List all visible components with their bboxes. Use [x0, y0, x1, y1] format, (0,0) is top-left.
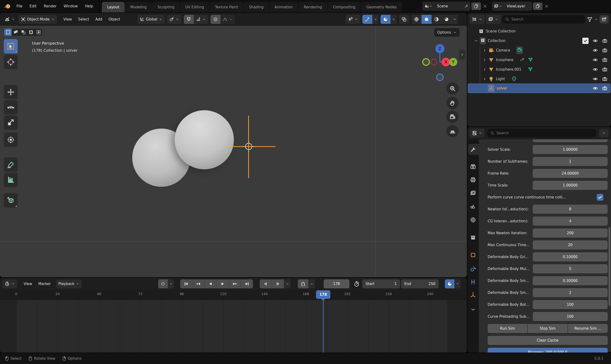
stopwatch-icon[interactable]: [353, 281, 360, 287]
snap-target-dropdown[interactable]: [194, 15, 208, 24]
property-value-field[interactable]: 8: [533, 205, 608, 214]
play-reverse-button[interactable]: [205, 279, 216, 288]
shading-solid-button[interactable]: [422, 15, 432, 24]
render-visibility-icon[interactable]: [602, 85, 608, 91]
auto-keying-toggle[interactable]: [158, 279, 168, 288]
select-mode-extend[interactable]: [12, 29, 20, 36]
tool-move[interactable]: [4, 85, 18, 99]
clear-cache-button[interactable]: Clear Cache: [488, 336, 608, 345]
jump-to-end-button[interactable]: [241, 279, 253, 288]
select-mode-intersect[interactable]: [35, 29, 42, 36]
timeline-ruler[interactable]: 024487296120144168192216240: [0, 290, 467, 300]
resume-sim-button[interactable]: Resume Sim ...: [568, 324, 608, 333]
tab-compositing[interactable]: Compositing: [328, 2, 361, 13]
remove-viewlayer-icon[interactable]: [544, 4, 549, 9]
tab-rendering[interactable]: Rendering: [299, 2, 327, 13]
property-value-field[interactable]: 4: [533, 217, 608, 226]
loop-playback-toggle[interactable]: [298, 279, 308, 288]
property-value-field[interactable]: 0.10000: [533, 252, 608, 261]
eye-icon[interactable]: [592, 76, 598, 82]
property-value-field[interactable]: 5: [533, 264, 608, 273]
icosphere-001-object[interactable]: [175, 110, 234, 169]
outliner-display-mode-dropdown[interactable]: [470, 15, 484, 24]
menu-edit[interactable]: Edit: [26, 0, 40, 13]
zoom-button[interactable]: [446, 82, 459, 95]
auto-keying-dropdown[interactable]: [168, 279, 174, 288]
eye-icon[interactable]: [592, 66, 598, 72]
frame-end-field[interactable]: End 250: [401, 279, 439, 288]
previous-keyframe-button[interactable]: [192, 279, 204, 288]
render-visibility-icon[interactable]: [602, 66, 608, 72]
render-visibility-icon[interactable]: [602, 38, 608, 44]
step-dropdown[interactable]: [284, 279, 291, 288]
tool-measure[interactable]: [4, 173, 18, 187]
shading-rendered-button[interactable]: [441, 15, 452, 24]
stop-sim-button[interactable]: Stop Sim: [528, 324, 567, 333]
next-keyframe-button[interactable]: [229, 279, 241, 288]
properties-editor-type-button[interactable]: [470, 129, 484, 138]
pivot-point-dropdown[interactable]: [167, 15, 181, 24]
transform-orientation-dropdown[interactable]: Global: [137, 15, 165, 24]
run-sim-button[interactable]: Run Sim: [488, 324, 527, 333]
outliner-row-scene-collection[interactable]: Scene Collection: [467, 26, 611, 36]
property-value-field[interactable]: 1.00000: [533, 145, 608, 154]
menu-render[interactable]: Render: [40, 0, 60, 13]
properties-scrollbar[interactable]: [609, 227, 610, 306]
tab-animation[interactable]: Animation: [269, 2, 298, 13]
viewlayer-name[interactable]: ViewLayer: [504, 4, 532, 8]
property-value-field[interactable]: 24.00000: [533, 169, 608, 178]
tab-output[interactable]: [467, 175, 479, 185]
tab-render[interactable]: [467, 161, 479, 172]
outliner-search-input[interactable]: Search: [502, 15, 585, 24]
menu-view[interactable]: View: [60, 17, 75, 22]
camera-view-button[interactable]: [446, 111, 459, 123]
tool-add-cube[interactable]: [4, 193, 18, 208]
chevron-down-icon[interactable]: [594, 17, 598, 21]
step-back-button[interactable]: [260, 279, 272, 288]
property-value-field[interactable]: 1.00000: [533, 181, 608, 190]
step-forward-button[interactable]: [272, 279, 284, 288]
viewlayer-type-dropdown[interactable]: [492, 2, 504, 11]
scene-name[interactable]: Scene: [435, 4, 462, 8]
current-frame-field[interactable]: 178: [324, 279, 349, 288]
collapse-icon[interactable]: [483, 77, 486, 81]
timeline-menu-view[interactable]: View: [21, 282, 35, 286]
gizmo-axis-y-neg[interactable]: [422, 58, 430, 66]
collapse-icon[interactable]: [483, 58, 486, 62]
xray-toggle[interactable]: [399, 15, 409, 24]
shading-wireframe-button[interactable]: [412, 15, 422, 24]
outliner-row-solver[interactable]: solver: [467, 83, 611, 93]
select-mode-subtract[interactable]: [20, 29, 27, 36]
menu-window[interactable]: Window: [60, 0, 81, 13]
tab-geometry-nodes[interactable]: Geometry Nodes: [361, 2, 402, 13]
playback-menu[interactable]: Playback: [56, 279, 82, 288]
tool-annotate[interactable]: [4, 157, 18, 172]
timeline-track-area[interactable]: [0, 300, 467, 352]
mode-dropdown[interactable]: Object Mode: [19, 15, 57, 24]
options-button[interactable]: Options: [434, 28, 460, 37]
property-value-field[interactable]: 2: [533, 288, 608, 297]
orthographic-toggle-button[interactable]: [446, 125, 459, 137]
playhead-line[interactable]: [323, 299, 324, 352]
clipped-field[interactable]: [533, 139, 608, 142]
blender-logo-icon[interactable]: [3, 3, 13, 10]
new-collection-button[interactable]: [599, 15, 609, 23]
menu-file[interactable]: File: [13, 0, 26, 13]
timeline-editor-type-button[interactable]: [2, 279, 17, 288]
render-visibility-icon[interactable]: [602, 57, 608, 63]
shading-dropdown[interactable]: [452, 15, 458, 24]
menu-select[interactable]: Select: [75, 17, 92, 22]
overlays-dropdown[interactable]: [390, 15, 397, 24]
render-visibility-icon[interactable]: [602, 48, 608, 53]
expand-icon[interactable]: [474, 39, 478, 43]
tab-physics[interactable]: [467, 264, 479, 274]
menu-add[interactable]: Add: [92, 17, 105, 22]
tool-transform[interactable]: [4, 133, 18, 147]
tool-select-box[interactable]: [4, 39, 18, 53]
filter-icon[interactable]: [587, 16, 593, 22]
tab-modeling[interactable]: Modeling: [125, 2, 152, 13]
object-visibility-dropdown[interactable]: [345, 15, 360, 24]
pan-button[interactable]: [446, 97, 459, 109]
eye-icon[interactable]: [592, 38, 598, 44]
property-value-field[interactable]: 100: [533, 300, 608, 309]
